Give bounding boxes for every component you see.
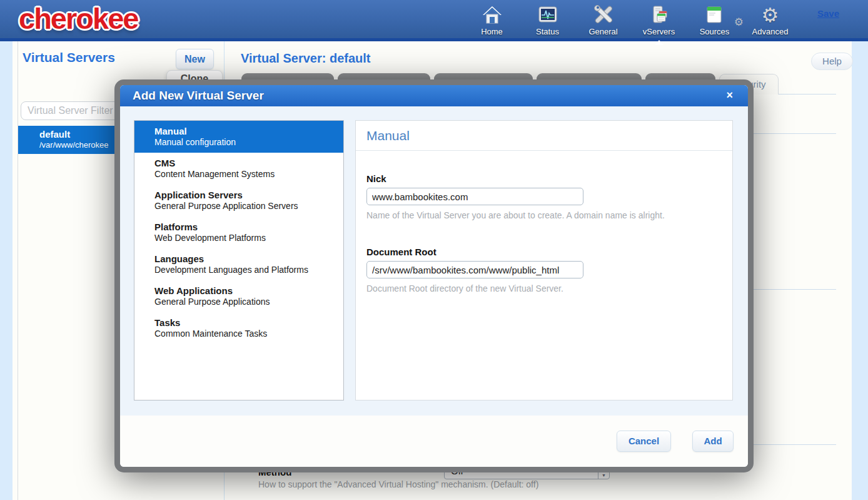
nav-item-general[interactable]: General xyxy=(575,4,631,36)
category-item-manual[interactable]: Manual Manual configuration xyxy=(134,121,343,153)
dialog-title: Add New Virtual Server xyxy=(133,89,264,103)
nav-item-status[interactable]: Status xyxy=(520,4,575,36)
cherokee-logo: cherokee xyxy=(19,1,138,36)
category-subtitle: Web Development Platforms xyxy=(154,233,336,243)
category-subtitle: Manual configuration xyxy=(154,137,336,147)
save-link[interactable]: Save xyxy=(817,8,839,19)
nick-help-text: Name of the Virtual Server you are about… xyxy=(366,210,732,220)
wizard-category-list: Manual Manual configuration CMS Content … xyxy=(134,120,344,401)
document-root-help-text: Document Root directory of the new Virtu… xyxy=(366,283,732,293)
category-item-application-servers[interactable]: Application Servers General Purpose Appl… xyxy=(134,185,343,217)
category-title: Tasks xyxy=(154,317,336,328)
nick-label: Nick xyxy=(366,173,732,184)
nav-label: Home xyxy=(464,27,520,36)
method-help-text: How to support the "Advanced Virtual Hos… xyxy=(258,479,538,489)
nav-items: Home Status xyxy=(464,4,798,36)
nav-label: Advanced xyxy=(742,27,798,36)
sidebar-left-border xyxy=(18,41,18,500)
add-button[interactable]: Add xyxy=(692,431,734,452)
form-area: Nick Name of the Virtual Server you are … xyxy=(356,151,732,293)
document-root-input[interactable] xyxy=(366,261,583,278)
panel-heading: Manual xyxy=(356,121,732,151)
general-icon xyxy=(575,4,631,26)
nav-item-sources[interactable]: ⚙ Sources xyxy=(687,4,742,36)
nav-label: Status xyxy=(520,27,575,36)
category-subtitle: Development Languages and Platforms xyxy=(154,265,336,275)
category-item-tasks[interactable]: Tasks Common Maintenance Tasks xyxy=(134,312,343,344)
category-subtitle: General Purpose Applications xyxy=(154,297,336,307)
category-subtitle: Content Management Systems xyxy=(154,169,336,179)
nav-item-home[interactable]: Home xyxy=(464,4,520,36)
category-item-languages[interactable]: Languages Development Languages and Plat… xyxy=(134,248,343,280)
wizard-detail-panel: Manual Nick Name of the Virtual Server y… xyxy=(355,120,733,401)
category-title: Manual xyxy=(154,126,336,136)
cherokee-admin-page: cherokee Home xyxy=(0,0,868,500)
dialog-header: Add New Virtual Server × xyxy=(120,85,748,106)
nick-field-block: Nick Name of the Virtual Server you are … xyxy=(366,173,732,220)
page-title: Virtual Server: default xyxy=(241,51,370,66)
category-title: Platforms xyxy=(154,222,336,232)
vservers-icon xyxy=(631,4,687,26)
category-item-web-applications[interactable]: Web Applications General Purpose Applica… xyxy=(134,280,343,312)
category-subtitle: General Purpose Application Servers xyxy=(154,201,336,211)
status-icon xyxy=(520,4,575,26)
nav-label: General xyxy=(575,27,631,36)
category-subtitle: Common Maintenance Tasks xyxy=(154,329,336,339)
document-root-label: Document Root xyxy=(366,247,732,257)
home-icon xyxy=(464,4,520,26)
new-virtual-server-button[interactable]: New xyxy=(176,49,214,69)
nav-label: vServers xyxy=(631,27,687,36)
nav-item-advanced[interactable]: ⚙ Advanced xyxy=(742,4,798,36)
close-icon[interactable]: × xyxy=(726,89,733,102)
category-item-cms[interactable]: CMS Content Management Systems xyxy=(134,153,343,185)
nick-input[interactable] xyxy=(366,188,583,205)
category-title: Languages xyxy=(154,253,336,264)
sidebar-title: Virtual Servers xyxy=(23,50,115,65)
sources-icon: ⚙ xyxy=(687,4,742,26)
add-new-virtual-server-dialog: Add New Virtual Server × Manual Manual c… xyxy=(114,79,754,472)
category-item-platforms[interactable]: Platforms Web Development Platforms xyxy=(134,217,343,248)
advanced-icon: ⚙ xyxy=(742,4,798,26)
cancel-button[interactable]: Cancel xyxy=(617,431,671,452)
category-title: CMS xyxy=(154,158,336,168)
category-title: Application Servers xyxy=(154,190,336,200)
top-navigation-bar: cherokee Home xyxy=(0,0,868,41)
category-title: Web Applications xyxy=(154,285,336,296)
nav-item-vservers[interactable]: vServers xyxy=(631,4,687,36)
help-button[interactable]: Help xyxy=(811,53,853,70)
document-root-field-block: Document Root Document Root directory of… xyxy=(366,247,732,293)
